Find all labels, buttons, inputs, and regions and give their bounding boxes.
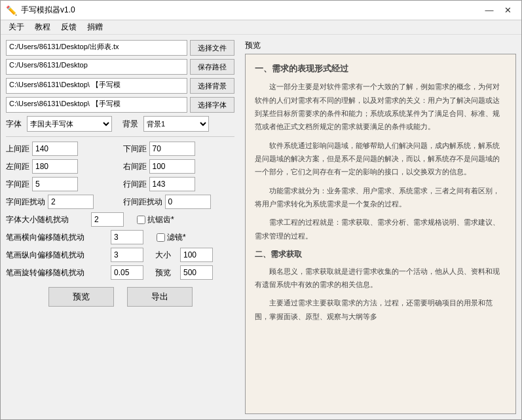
preview-section-label: 预览	[245, 40, 516, 51]
preview-area: 一、需求的表现形式经过 这一部分主要是对软件需求有一个大致的了解，例如需求的概念…	[245, 54, 516, 414]
lens-label: 滤镜*	[167, 232, 186, 243]
hw-para-6: 主要通过需求主要获取需求的方法，过程，还需要明确项目的用景和范围，掌握面谈、原型…	[255, 296, 506, 323]
bg-file-input[interactable]: C:\Users\86131\Desktop\ 【手写模	[6, 78, 187, 94]
anti-tooth-checkbox[interactable]	[137, 216, 145, 224]
anti-tooth-label: 抗锯齿*	[147, 214, 174, 225]
char-spacing-label: 字间距	[6, 179, 29, 190]
stroke-r-label: 笔画旋转偏移随机扰动	[6, 267, 104, 278]
stroke-v-row: 笔画纵向偏移随机扰动 大小	[6, 248, 234, 262]
font-select[interactable]: 李国夫手写体	[27, 116, 112, 132]
hw-section-2: 二、需求获取	[255, 248, 506, 262]
left-panel: C:/Users/86131/Desktop/出师表.tx 选择文件 C:/Us…	[1, 35, 240, 419]
source-file-row: C:/Users/86131/Desktop/出师表.tx 选择文件	[6, 40, 234, 56]
spacing-row: 字间距 行间距	[6, 177, 234, 191]
window-title: 手写模拟器v1.0	[21, 5, 75, 16]
top-margin-label: 上间距	[6, 143, 29, 155]
save-path-row: C:/Users/86131/Desktop 保存路径	[6, 59, 234, 75]
font-bg-row: 字体 李国夫手写体 背景 背景1	[6, 116, 234, 132]
left-margin-label: 左间距	[6, 161, 29, 172]
preview-image: 一、需求的表现形式经过 这一部分主要是对软件需求有一个大致的了解，例如需求的概念…	[246, 54, 515, 413]
background-file-row: C:\Users\86131\Desktop\ 【手写模 选择背景	[6, 78, 234, 94]
title-bar: ✏️ 手写模拟器v1.0 — ✕	[1, 1, 521, 20]
preview-count-input[interactable]	[180, 265, 213, 280]
lens-checkbox[interactable]	[157, 233, 165, 242]
font-file-input[interactable]: C:\Users\86131\Desktop\ 【手写模	[6, 97, 187, 113]
right-panel: 预览 一、需求的表现形式经过 这一部分主要是对软件需求有一个大致的了解，例如需求…	[240, 35, 521, 419]
stroke-v-input[interactable]	[111, 248, 143, 262]
size-disturb-label: 字体大小随机扰动	[6, 214, 84, 225]
hw-para-1: 这一部分主要是对软件需求有一个大致的了解，例如需求的概念，为何对软件的人们对需求…	[255, 80, 506, 133]
preview-button[interactable]: 预览	[48, 287, 114, 307]
line-spacing-input[interactable]	[149, 177, 195, 191]
font-label: 字体	[6, 119, 22, 130]
bottom-buttons: 预览 导出	[6, 283, 234, 311]
char-spacing-input[interactable]	[32, 177, 78, 191]
hw-para-2: 软件系统通过影响问题域，能够帮助人们解决问题，成内解系统，解系统是问题域的解决方…	[255, 139, 506, 179]
hw-para-3: 功能需求就分为：业务需求、用户需求、系统需求，三者之间有着区别，将用户需求转化为…	[255, 184, 506, 211]
handwriting-content: 一、需求的表现形式经过 这一部分主要是对软件需求有一个大致的了解，例如需求的概念…	[246, 54, 515, 335]
line-disturb-input[interactable]	[165, 195, 211, 209]
margin-row-1: 上间距 下间距	[6, 142, 234, 156]
menu-tutorial[interactable]: 教程	[29, 20, 56, 34]
char-disturb-row: 字间距扰动	[6, 195, 118, 209]
font-file-row: C:\Users\86131\Desktop\ 【手写模 选择字体	[6, 97, 234, 113]
right-margin-label: 右间距	[123, 161, 147, 172]
select-font-button[interactable]: 选择字体	[190, 97, 234, 113]
stroke-h-row: 笔画横向偏移随机扰动 滤镜*	[6, 230, 234, 244]
right-margin-input[interactable]	[149, 159, 195, 174]
save-path-input[interactable]: C:/Users/86131/Desktop	[6, 59, 187, 75]
menu-feedback[interactable]: 反馈	[56, 20, 82, 34]
top-margin-input[interactable]	[32, 142, 78, 156]
size-label: 大小	[155, 250, 171, 261]
size-input[interactable]	[180, 248, 213, 262]
char-disturb-input[interactable]	[48, 195, 94, 209]
title-bar-left: ✏️ 手写模拟器v1.0	[6, 5, 75, 16]
bottom-margin-row: 下间距	[123, 142, 235, 156]
size-disturb-input[interactable]	[91, 212, 124, 227]
right-margin-row: 右间距	[123, 159, 235, 174]
menu-donate[interactable]: 捐赠	[82, 20, 108, 34]
title-bar-controls: — ✕	[481, 4, 516, 17]
disturb-row: 字间距扰动 行间距扰动	[6, 195, 234, 209]
stroke-r-input[interactable]	[111, 265, 143, 280]
line-spacing-label: 行间距	[123, 179, 147, 190]
bg-select-label: 背景	[122, 119, 138, 130]
hw-para-4: 需求工程的过程就是：需求获取、需求分析、需求规格说明、需求建议、需求管理的过程。	[255, 216, 506, 242]
content-area: C:/Users/86131/Desktop/出师表.tx 选择文件 C:/Us…	[1, 35, 521, 419]
bottom-margin-input[interactable]	[149, 142, 195, 156]
line-disturb-label: 行间距扰动	[123, 197, 162, 208]
char-spacing-row: 字间距	[6, 177, 118, 191]
bg-select[interactable]: 背景1	[143, 116, 209, 132]
menu-about[interactable]: 关于	[3, 20, 29, 34]
line-disturb-row: 行间距扰动	[123, 195, 235, 209]
margin-row-2: 左间距 右间距	[6, 159, 234, 174]
char-disturb-label: 字间距扰动	[6, 197, 45, 208]
top-margin-row: 上间距	[6, 142, 118, 156]
select-bg-button[interactable]: 选择背景	[190, 78, 234, 94]
close-button[interactable]: ✕	[499, 4, 516, 17]
stroke-h-input[interactable]	[111, 230, 143, 244]
size-disturb-row: 字体大小随机扰动 抗锯齿*	[6, 212, 234, 227]
select-file-button[interactable]: 选择文件	[190, 40, 234, 56]
hw-title: 一、需求的表现形式经过	[255, 61, 506, 76]
bottom-margin-label: 下间距	[123, 143, 147, 155]
stroke-h-label: 笔画横向偏移随机扰动	[6, 232, 104, 243]
export-button[interactable]: 导出	[127, 287, 193, 307]
left-margin-row: 左间距	[6, 159, 118, 174]
source-file-input[interactable]: C:/Users/86131/Desktop/出师表.tx	[6, 40, 187, 56]
stroke-v-label: 笔画纵向偏移随机扰动	[6, 250, 104, 261]
left-margin-input[interactable]	[32, 159, 78, 174]
preview-param-label: 预览	[155, 267, 171, 278]
main-window: ✏️ 手写模拟器v1.0 — ✕ 关于 教程 反馈 捐赠 C:/Users/86…	[0, 0, 522, 420]
line-spacing-row: 行间距	[123, 177, 235, 191]
menu-bar: 关于 教程 反馈 捐赠	[1, 20, 521, 35]
divider-1	[6, 136, 234, 137]
save-path-button[interactable]: 保存路径	[190, 59, 234, 75]
minimize-button[interactable]: —	[481, 4, 498, 17]
stroke-r-row: 笔画旋转偏移随机扰动 预览	[6, 265, 234, 280]
hw-para-5: 顾名思义，需求获取就是进行需求收集的一个活动，他从人员、资料和现有遗留系统中有效…	[255, 265, 506, 292]
window-icon: ✏️	[6, 5, 17, 16]
